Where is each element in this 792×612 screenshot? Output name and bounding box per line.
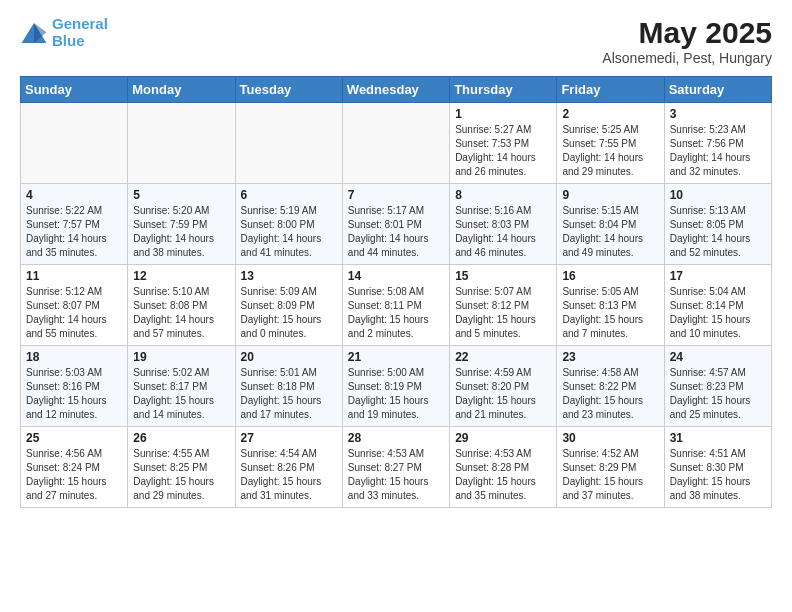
empty-cell (235, 103, 342, 184)
day-number: 11 (26, 269, 122, 283)
day-info: Sunrise: 5:00 AMSunset: 8:19 PMDaylight:… (348, 366, 444, 422)
day-cell-9: 9Sunrise: 5:15 AMSunset: 8:04 PMDaylight… (557, 184, 664, 265)
day-cell-29: 29Sunrise: 4:53 AMSunset: 8:28 PMDayligh… (450, 427, 557, 508)
day-number: 13 (241, 269, 337, 283)
day-number: 14 (348, 269, 444, 283)
day-number: 6 (241, 188, 337, 202)
day-info: Sunrise: 4:56 AMSunset: 8:24 PMDaylight:… (26, 447, 122, 503)
day-info: Sunrise: 5:15 AMSunset: 8:04 PMDaylight:… (562, 204, 658, 260)
weekday-header-monday: Monday (128, 77, 235, 103)
day-number: 27 (241, 431, 337, 445)
day-info: Sunrise: 5:01 AMSunset: 8:18 PMDaylight:… (241, 366, 337, 422)
day-info: Sunrise: 5:02 AMSunset: 8:17 PMDaylight:… (133, 366, 229, 422)
day-number: 15 (455, 269, 551, 283)
weekday-header-friday: Friday (557, 77, 664, 103)
weekday-header-row: SundayMondayTuesdayWednesdayThursdayFrid… (21, 77, 772, 103)
title-block: May 2025 Alsonemedi, Pest, Hungary (602, 16, 772, 66)
day-cell-1: 1Sunrise: 5:27 AMSunset: 7:53 PMDaylight… (450, 103, 557, 184)
logo-icon (20, 21, 48, 45)
day-cell-30: 30Sunrise: 4:52 AMSunset: 8:29 PMDayligh… (557, 427, 664, 508)
day-number: 12 (133, 269, 229, 283)
day-cell-27: 27Sunrise: 4:54 AMSunset: 8:26 PMDayligh… (235, 427, 342, 508)
day-number: 23 (562, 350, 658, 364)
day-number: 18 (26, 350, 122, 364)
day-info: Sunrise: 5:05 AMSunset: 8:13 PMDaylight:… (562, 285, 658, 341)
day-cell-26: 26Sunrise: 4:55 AMSunset: 8:25 PMDayligh… (128, 427, 235, 508)
day-info: Sunrise: 5:22 AMSunset: 7:57 PMDaylight:… (26, 204, 122, 260)
day-number: 24 (670, 350, 766, 364)
day-info: Sunrise: 4:57 AMSunset: 8:23 PMDaylight:… (670, 366, 766, 422)
header: General Blue May 2025 Alsonemedi, Pest, … (20, 16, 772, 66)
day-cell-15: 15Sunrise: 5:07 AMSunset: 8:12 PMDayligh… (450, 265, 557, 346)
logo-name: General Blue (52, 16, 108, 49)
day-info: Sunrise: 5:20 AMSunset: 7:59 PMDaylight:… (133, 204, 229, 260)
day-info: Sunrise: 5:27 AMSunset: 7:53 PMDaylight:… (455, 123, 551, 179)
day-cell-2: 2Sunrise: 5:25 AMSunset: 7:55 PMDaylight… (557, 103, 664, 184)
day-cell-16: 16Sunrise: 5:05 AMSunset: 8:13 PMDayligh… (557, 265, 664, 346)
day-cell-11: 11Sunrise: 5:12 AMSunset: 8:07 PMDayligh… (21, 265, 128, 346)
day-number: 3 (670, 107, 766, 121)
day-cell-24: 24Sunrise: 4:57 AMSunset: 8:23 PMDayligh… (664, 346, 771, 427)
day-number: 16 (562, 269, 658, 283)
day-number: 29 (455, 431, 551, 445)
day-cell-12: 12Sunrise: 5:10 AMSunset: 8:08 PMDayligh… (128, 265, 235, 346)
day-info: Sunrise: 5:08 AMSunset: 8:11 PMDaylight:… (348, 285, 444, 341)
day-info: Sunrise: 5:16 AMSunset: 8:03 PMDaylight:… (455, 204, 551, 260)
day-number: 5 (133, 188, 229, 202)
day-info: Sunrise: 5:17 AMSunset: 8:01 PMDaylight:… (348, 204, 444, 260)
day-number: 2 (562, 107, 658, 121)
day-cell-10: 10Sunrise: 5:13 AMSunset: 8:05 PMDayligh… (664, 184, 771, 265)
week-row-5: 25Sunrise: 4:56 AMSunset: 8:24 PMDayligh… (21, 427, 772, 508)
weekday-header-tuesday: Tuesday (235, 77, 342, 103)
day-cell-20: 20Sunrise: 5:01 AMSunset: 8:18 PMDayligh… (235, 346, 342, 427)
calendar-table: SundayMondayTuesdayWednesdayThursdayFrid… (20, 76, 772, 508)
day-info: Sunrise: 4:52 AMSunset: 8:29 PMDaylight:… (562, 447, 658, 503)
week-row-4: 18Sunrise: 5:03 AMSunset: 8:16 PMDayligh… (21, 346, 772, 427)
day-number: 7 (348, 188, 444, 202)
weekday-header-wednesday: Wednesday (342, 77, 449, 103)
day-number: 17 (670, 269, 766, 283)
day-cell-4: 4Sunrise: 5:22 AMSunset: 7:57 PMDaylight… (21, 184, 128, 265)
day-cell-17: 17Sunrise: 5:04 AMSunset: 8:14 PMDayligh… (664, 265, 771, 346)
logo-line2: Blue (52, 32, 85, 49)
day-info: Sunrise: 5:19 AMSunset: 8:00 PMDaylight:… (241, 204, 337, 260)
empty-cell (21, 103, 128, 184)
day-number: 31 (670, 431, 766, 445)
day-cell-28: 28Sunrise: 4:53 AMSunset: 8:27 PMDayligh… (342, 427, 449, 508)
day-number: 26 (133, 431, 229, 445)
logo-line1: General (52, 15, 108, 32)
day-number: 30 (562, 431, 658, 445)
week-row-2: 4Sunrise: 5:22 AMSunset: 7:57 PMDaylight… (21, 184, 772, 265)
day-cell-8: 8Sunrise: 5:16 AMSunset: 8:03 PMDaylight… (450, 184, 557, 265)
day-info: Sunrise: 5:09 AMSunset: 8:09 PMDaylight:… (241, 285, 337, 341)
day-info: Sunrise: 5:13 AMSunset: 8:05 PMDaylight:… (670, 204, 766, 260)
day-cell-6: 6Sunrise: 5:19 AMSunset: 8:00 PMDaylight… (235, 184, 342, 265)
day-cell-5: 5Sunrise: 5:20 AMSunset: 7:59 PMDaylight… (128, 184, 235, 265)
day-info: Sunrise: 4:55 AMSunset: 8:25 PMDaylight:… (133, 447, 229, 503)
day-number: 1 (455, 107, 551, 121)
day-number: 22 (455, 350, 551, 364)
day-cell-25: 25Sunrise: 4:56 AMSunset: 8:24 PMDayligh… (21, 427, 128, 508)
day-cell-3: 3Sunrise: 5:23 AMSunset: 7:56 PMDaylight… (664, 103, 771, 184)
day-info: Sunrise: 5:04 AMSunset: 8:14 PMDaylight:… (670, 285, 766, 341)
day-info: Sunrise: 5:25 AMSunset: 7:55 PMDaylight:… (562, 123, 658, 179)
day-cell-22: 22Sunrise: 4:59 AMSunset: 8:20 PMDayligh… (450, 346, 557, 427)
weekday-header-saturday: Saturday (664, 77, 771, 103)
day-number: 21 (348, 350, 444, 364)
logo: General Blue (20, 16, 108, 49)
day-cell-19: 19Sunrise: 5:02 AMSunset: 8:17 PMDayligh… (128, 346, 235, 427)
week-row-1: 1Sunrise: 5:27 AMSunset: 7:53 PMDaylight… (21, 103, 772, 184)
day-cell-7: 7Sunrise: 5:17 AMSunset: 8:01 PMDaylight… (342, 184, 449, 265)
day-info: Sunrise: 4:59 AMSunset: 8:20 PMDaylight:… (455, 366, 551, 422)
day-number: 28 (348, 431, 444, 445)
day-info: Sunrise: 5:03 AMSunset: 8:16 PMDaylight:… (26, 366, 122, 422)
day-number: 20 (241, 350, 337, 364)
empty-cell (342, 103, 449, 184)
weekday-header-sunday: Sunday (21, 77, 128, 103)
weekday-header-thursday: Thursday (450, 77, 557, 103)
subtitle: Alsonemedi, Pest, Hungary (602, 50, 772, 66)
day-number: 9 (562, 188, 658, 202)
day-number: 4 (26, 188, 122, 202)
week-row-3: 11Sunrise: 5:12 AMSunset: 8:07 PMDayligh… (21, 265, 772, 346)
day-cell-13: 13Sunrise: 5:09 AMSunset: 8:09 PMDayligh… (235, 265, 342, 346)
